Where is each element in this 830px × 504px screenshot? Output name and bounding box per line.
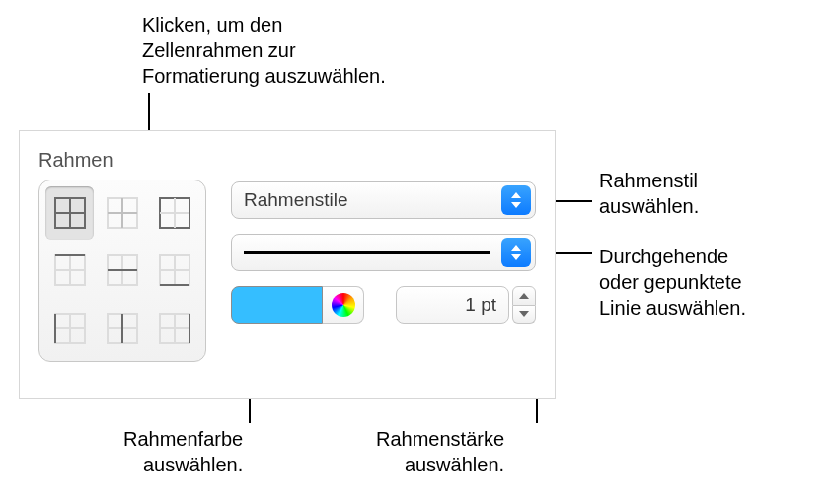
color-wheel-icon bbox=[332, 293, 355, 317]
chevron-updown-icon bbox=[501, 238, 531, 267]
callout-line bbox=[555, 252, 592, 254]
border-outer[interactable] bbox=[151, 186, 199, 240]
callout-line bbox=[555, 200, 592, 202]
border-color-well[interactable] bbox=[231, 286, 323, 324]
border-style-dropdown[interactable]: Rahmenstile bbox=[231, 181, 536, 219]
border-width-field[interactable]: 1 pt bbox=[396, 286, 509, 324]
line-preview bbox=[232, 251, 501, 254]
callout-color: Rahmenfarbe auswählen. bbox=[123, 426, 243, 477]
callout-grid: Klicken, um den Zellenrahmen zur Formati… bbox=[142, 12, 386, 89]
border-vertical[interactable] bbox=[98, 302, 146, 355]
callout-linetype: Durchgehende oder gepunktete Linie auswä… bbox=[599, 244, 746, 321]
border-selector-grid bbox=[38, 180, 206, 362]
color-picker-button[interactable] bbox=[323, 286, 364, 324]
border-bottom[interactable] bbox=[151, 244, 199, 297]
line-type-dropdown[interactable] bbox=[231, 234, 536, 271]
border-left[interactable] bbox=[45, 302, 94, 355]
border-all[interactable] bbox=[45, 186, 94, 240]
stepper-down[interactable] bbox=[512, 306, 536, 324]
chevron-updown-icon bbox=[501, 185, 531, 215]
border-inner[interactable] bbox=[98, 186, 146, 240]
border-style-label: Rahmenstile bbox=[232, 189, 501, 211]
stepper-up[interactable] bbox=[512, 286, 536, 306]
border-right[interactable] bbox=[151, 302, 199, 355]
border-horizontal[interactable] bbox=[98, 244, 146, 297]
border-width-value: 1 pt bbox=[465, 294, 496, 316]
border-panel: Rahmen bbox=[19, 130, 556, 399]
callout-width: Rahmenstärke auswählen. bbox=[376, 426, 504, 477]
border-top[interactable] bbox=[45, 244, 94, 297]
section-title: Rahmen bbox=[38, 149, 113, 172]
callout-style: Rahmenstil auswählen. bbox=[599, 168, 699, 219]
